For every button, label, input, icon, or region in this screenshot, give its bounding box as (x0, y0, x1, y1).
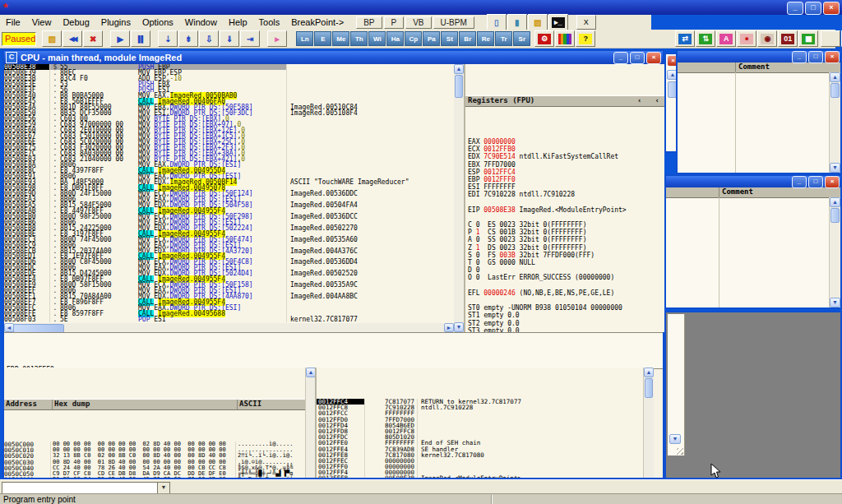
disasm-row[interactable]: 00508EFE.E8 8597F8FFCALL ImageRed.004956… (4, 311, 454, 317)
comment-column-header[interactable]: Comment (736, 62, 770, 72)
disasm-hscrollbar[interactable]: ◄ ► (4, 323, 454, 332)
run-icon[interactable]: ▶ (110, 30, 130, 47)
scroll-down-icon[interactable]: ▼ (830, 163, 840, 173)
console-icon[interactable]: ▸_ (548, 14, 568, 30)
register-line[interactable]: Z 1 DS 0023 32bit 0(FFFFFFFF) (465, 244, 664, 252)
menu-item-file[interactable]: File (0, 16, 26, 29)
register-line[interactable] (465, 199, 664, 206)
maximize-button[interactable]: □ (808, 51, 823, 63)
disasm-row[interactable]: 00508F03.5EPOP ESIkernel32.7C817077 (4, 317, 454, 322)
comment-column-header[interactable]: Comment (719, 187, 753, 197)
stack-row[interactable]: 0012FFF000000000 (317, 464, 645, 469)
help-icon[interactable]: ? (576, 30, 595, 47)
registers-pane[interactable]: Registers (FPU) ‹ ‹ EAX 00000000ECX 0012… (464, 64, 664, 332)
menu-item-plugins[interactable]: Plugins (95, 16, 136, 29)
menu-item-view[interactable]: View (26, 16, 58, 29)
scroll-up-icon[interactable]: ▲ (830, 197, 840, 207)
stack-row[interactable]: 0012FFD07FFD7000 (317, 417, 645, 423)
minimize-button[interactable]: _ (792, 176, 807, 188)
view-button-cp[interactable]: Cp (405, 31, 422, 46)
dump-row[interactable]: 0050C060E1 E3 00 E4 E5 8D 40 00 45 72 72… (4, 477, 305, 478)
register-line[interactable]: T 0 GS 0000 NULL (465, 259, 664, 266)
scroll-right-icon[interactable]: ► (444, 323, 454, 332)
menu-item-window[interactable]: Window (179, 16, 223, 29)
step-into-icon[interactable]: ⇣ (158, 30, 178, 47)
register-line[interactable]: EDX 7C90E514 ntdll.KiFastSystemCallRet (465, 153, 664, 160)
stack-row[interactable]: 0012FFDC805D1020 (317, 434, 645, 440)
stack-row[interactable]: 0012FFE0FFFFFFFFEnd of SEH chain (317, 440, 645, 446)
scroll-thumb[interactable] (830, 83, 840, 98)
scroll-thumb[interactable] (830, 208, 840, 223)
folder-icon[interactable]: ▨ (528, 14, 548, 30)
stack-row[interactable]: 0012FFD48054B6ED (317, 423, 645, 428)
scroll-thumb[interactable] (645, 378, 653, 398)
plugin-button-vb[interactable]: VB (405, 16, 431, 29)
close-button[interactable]: × (823, 2, 840, 15)
record-icon[interactable]: ● (737, 30, 756, 47)
register-line[interactable]: ST0 empty -UNORM B938 01050104 00000000 (465, 304, 664, 312)
appearance-icon[interactable] (555, 30, 575, 47)
view-button-me[interactable]: Me (332, 31, 349, 46)
register-line[interactable]: C 0 ES 0023 32bit 0(FFFFFFFF) (465, 221, 664, 229)
cpu-close-button[interactable]: × (646, 52, 661, 64)
animate-over-icon[interactable]: ⇓ (220, 30, 239, 47)
restart-icon[interactable]: ◀◀ (62, 30, 82, 47)
plugin-button-ubpm[interactable]: U-BPM (433, 16, 474, 29)
view-button-th[interactable]: Th (350, 31, 368, 46)
menu-item-help[interactable]: Help (223, 16, 253, 29)
settings-icon[interactable]: ⚙ (534, 30, 554, 47)
menu-item-debug[interactable]: Debug (57, 16, 95, 29)
close-program-icon[interactable]: ✖ (83, 30, 103, 47)
scroll-down-icon[interactable]: ▼ (454, 322, 464, 332)
view-button-ln[interactable]: Ln (296, 31, 313, 46)
scroll-down-icon[interactable]: ▼ (830, 298, 840, 307)
register-line[interactable]: P 1 CS 001B 32bit 0(FFFFFFFF) (465, 229, 664, 236)
command-input[interactable] (2, 483, 157, 494)
register-line[interactable]: EDI 7C910228 ntdll.7C910228 (465, 191, 664, 198)
close-button[interactable]: × (825, 176, 840, 188)
vscrollbar[interactable]: ▲ ▼ (829, 72, 840, 173)
animate-into-icon[interactable]: ⇩ (199, 30, 219, 47)
register-line[interactable]: EBP 0012FFF0 (465, 176, 664, 183)
stack-vscrollbar[interactable]: ▲ (643, 368, 654, 478)
register-line[interactable]: EBX 7FFD7000 (465, 161, 664, 169)
view-button-e[interactable]: E (314, 31, 331, 46)
menu-item-options[interactable]: Options (136, 16, 179, 29)
scroll-down-icon[interactable]: ▼ (669, 434, 681, 444)
stack-pane[interactable]: 0012FFC47C817077RETURN to kernel32.7C817… (315, 368, 645, 478)
register-line[interactable]: D 0 (465, 266, 664, 274)
pause-icon[interactable]: ▌▌ (131, 30, 150, 47)
view-button-tr[interactable]: Tr (495, 31, 512, 46)
stack-row[interactable]: 0012FFC87C910228ntdll.7C910228 (317, 405, 645, 410)
scroll-up-icon[interactable]: ▲ (644, 368, 654, 377)
notes-icon[interactable]: ▯ (487, 14, 507, 30)
disasm-row[interactable]: 00508E3B.83C4 F0ADD ESP,-10 (4, 76, 454, 81)
comment-window-1-titlebar[interactable]: _ □ × (678, 51, 840, 62)
stack-row[interactable]: 0012FFF800508E38ImageRed.<ModuleEntryPoi… (317, 475, 645, 478)
view-button-sr[interactable]: Sr (513, 31, 530, 46)
stack-row[interactable]: 0012FFC47C817077RETURN to kernel32.7C817… (317, 399, 645, 405)
assemble-icon[interactable]: A (716, 30, 736, 47)
register-line[interactable]: ECX 0012FFB0 (465, 146, 664, 153)
menu-close-button[interactable]: X (576, 15, 596, 30)
scroll-up-icon[interactable]: ▲ (454, 64, 464, 74)
binary-icon[interactable]: 01 (778, 30, 798, 47)
pair-icon[interactable]: ⇅ (696, 30, 715, 47)
cpu-titlebar[interactable]: C CPU - main thread, module ImageRed _ □… (4, 51, 663, 64)
register-line[interactable]: EIP 00508E38 ImageRed.<ModuleEntryPoint> (465, 206, 664, 214)
register-line[interactable] (465, 297, 664, 304)
view-button-re[interactable]: Re (477, 31, 494, 46)
register-line[interactable]: ST1 empty 0.0 (465, 312, 664, 319)
close-button[interactable]: × (825, 51, 840, 63)
register-line[interactable]: A 0 SS 0023 32bit 0(FFFFFFFF) (465, 236, 664, 243)
maximize-button[interactable]: □ (808, 176, 823, 188)
minimize-button[interactable]: _ (787, 2, 803, 15)
stack-row[interactable]: 0012FFE87C817080kernel32.7C817080 (317, 452, 645, 458)
register-line[interactable]: ESI FFFFFFFF (465, 183, 664, 191)
register-line[interactable]: ESP 0012FFC4 (465, 169, 664, 176)
step-over-icon[interactable]: ⇟ (178, 30, 198, 47)
open-file-icon[interactable]: ▨ (42, 30, 62, 47)
goto-eip-icon[interactable]: ► (267, 30, 287, 47)
view-button-st[interactable]: St (441, 31, 458, 46)
register-line[interactable] (465, 282, 664, 289)
